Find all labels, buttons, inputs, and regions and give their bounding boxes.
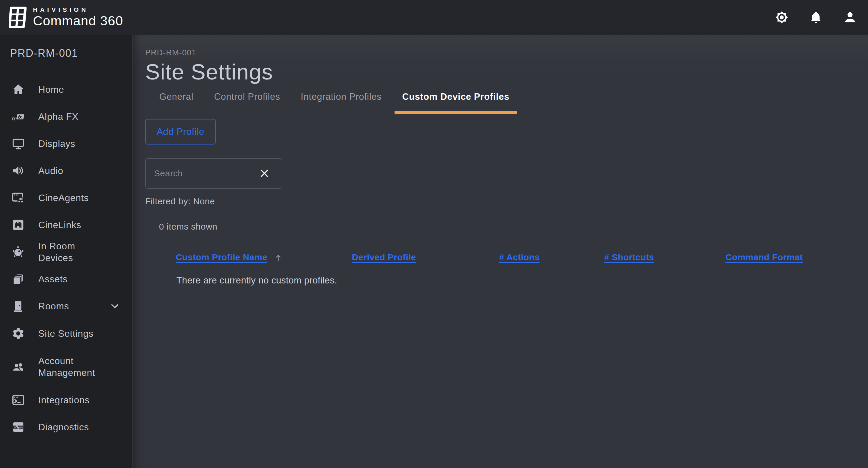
sort-link-shortcuts[interactable]: # Shortcuts — [604, 252, 654, 262]
diagnostics-pulse-icon — [11, 420, 25, 434]
assets-layers-icon — [11, 272, 25, 286]
items-shown-label: 0 items shown — [159, 222, 855, 232]
account-management-people-icon — [11, 360, 25, 374]
brand: HAIVISION Command 360 — [9, 6, 123, 29]
search-input[interactable] — [154, 168, 256, 178]
sidebar-item-home[interactable]: Home — [0, 76, 132, 103]
sidebar-item-displays[interactable]: Displays — [0, 130, 132, 157]
search-box — [145, 158, 282, 189]
alpha-fx-icon: α fx — [11, 110, 25, 123]
sort-link-derived-profile[interactable]: Derived Profile — [352, 252, 416, 262]
sidebar-item-rooms[interactable]: Rooms — [0, 292, 132, 320]
sidebar-item-assets[interactable]: Assets — [0, 266, 132, 292]
site-settings-gear-icon — [11, 327, 25, 340]
column-shortcuts: # Shortcuts — [604, 252, 725, 262]
empty-state-message: There are currently no custom profiles. — [176, 275, 855, 286]
displays-monitor-icon — [11, 137, 25, 150]
sidebar-item-label: CineLinks — [38, 219, 81, 231]
tab-integration-profiles[interactable]: Integration Profiles — [293, 92, 389, 114]
sidebar-item-label: Rooms — [38, 300, 69, 312]
sidebar-item-cineagents[interactable]: CineAgents — [0, 184, 132, 211]
sort-link-command-format[interactable]: Command Format — [725, 252, 803, 262]
brand-name: HAIVISION — [33, 6, 123, 13]
sidebar-item-in-room-devices[interactable]: In Room Devices — [0, 239, 132, 266]
sidebar: PRD-RM-001 Home α fx — [0, 35, 132, 468]
home-icon — [11, 83, 25, 96]
sidebar-item-label: Account Management — [38, 355, 113, 378]
sort-link-custom-profile-name[interactable]: Custom Profile Name — [176, 252, 267, 262]
settings-icon[interactable] — [774, 10, 789, 25]
sidebar-item-label: Alpha FX — [38, 111, 78, 122]
sidebar-item-label: Audio — [38, 165, 63, 177]
tab-bar: General Control Profiles Integration Pro… — [145, 92, 855, 114]
topbar-actions — [774, 10, 858, 25]
sidebar-item-cinelinks[interactable]: CineLinks — [0, 211, 132, 239]
sidebar-item-label: Home — [38, 84, 64, 95]
brand-text: HAIVISION Command 360 — [33, 6, 123, 29]
tab-custom-device-profiles[interactable]: Custom Device Profiles — [395, 92, 517, 114]
sort-link-actions[interactable]: # Actions — [499, 252, 540, 262]
haivision-logo-icon — [9, 6, 27, 29]
in-room-devices-icon — [11, 245, 25, 259]
cinelinks-ethernet-icon — [11, 218, 25, 232]
sidebar-item-integrations[interactable]: Integrations — [0, 386, 132, 413]
search-clear-x-icon[interactable] — [256, 168, 272, 179]
notifications-bell-icon[interactable] — [808, 10, 823, 25]
column-actions: # Actions — [499, 252, 604, 262]
sidebar-site-label: PRD-RM-001 — [0, 35, 132, 59]
sidebar-item-label: Integrations — [38, 394, 90, 406]
rooms-door-icon — [11, 299, 25, 313]
page-title: Site Settings — [145, 59, 855, 85]
chevron-down-icon[interactable] — [109, 300, 121, 312]
column-custom-profile-name: Custom Profile Name — [176, 252, 352, 262]
top-bar: HAIVISION Command 360 — [0, 0, 868, 35]
filtered-by-label: Filtered by: None — [145, 196, 855, 206]
audio-speaker-icon — [11, 164, 25, 178]
add-profile-button[interactable]: Add Profile — [145, 119, 216, 145]
sidebar-item-site-settings[interactable]: Site Settings — [0, 320, 132, 347]
sidebar-item-label: Assets — [38, 273, 68, 285]
column-derived-profile: Derived Profile — [352, 252, 499, 262]
brand-product: Command 360 — [33, 13, 123, 29]
custom-profiles-table: Custom Profile Name Derived Profile # Ac… — [145, 252, 855, 291]
column-command-format: Command Format — [725, 252, 855, 262]
sidebar-item-audio[interactable]: Audio — [0, 157, 132, 184]
main-content: PRD-RM-001 Site Settings General Control… — [132, 35, 868, 468]
sidebar-nav: Home α fx Alpha FX — [0, 76, 132, 441]
tab-general[interactable]: General — [152, 92, 201, 114]
table-header-row: Custom Profile Name Derived Profile # Ac… — [145, 252, 855, 270]
sort-ascending-arrow-icon[interactable] — [273, 253, 283, 263]
table-empty-row: There are currently no custom profiles. — [145, 270, 855, 291]
sidebar-item-account-management[interactable]: Account Management — [0, 347, 132, 386]
cineagents-screen-share-icon — [11, 191, 25, 205]
account-person-icon[interactable] — [843, 10, 858, 25]
sidebar-item-alpha-fx[interactable]: α fx Alpha FX — [0, 103, 132, 130]
sidebar-item-label: Diagnostics — [38, 421, 89, 433]
integrations-terminal-icon — [11, 393, 25, 407]
breadcrumb: PRD-RM-001 — [145, 48, 855, 57]
sidebar-item-label: Site Settings — [38, 327, 93, 339]
sidebar-item-label: Displays — [38, 138, 75, 150]
tab-control-profiles[interactable]: Control Profiles — [207, 92, 288, 114]
sidebar-item-label: In Room Devices — [38, 240, 113, 264]
sidebar-item-diagnostics[interactable]: Diagnostics — [0, 413, 132, 441]
sidebar-item-label: CineAgents — [38, 192, 89, 204]
svg-text:α: α — [12, 115, 16, 122]
